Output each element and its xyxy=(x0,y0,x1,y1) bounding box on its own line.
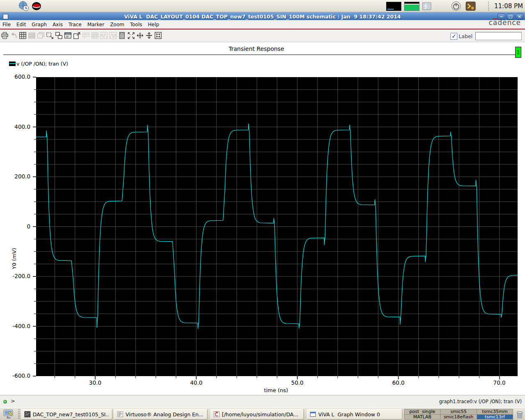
taskbar-button[interactable]: DAC_TOP_new7_test0105_SI... xyxy=(21,409,112,420)
page-badge[interactable]: 1 xyxy=(515,47,521,58)
workspace-pager: post singlesmic55tsmc35mmMATLABsmic18efl… xyxy=(404,409,513,420)
show-desktop-icon[interactable] xyxy=(3,409,14,419)
toolbar-fit-x-icon[interactable] xyxy=(136,32,144,41)
console-icon xyxy=(213,411,220,418)
toolbar xyxy=(0,30,525,42)
status-led-icon xyxy=(3,400,7,404)
y-tick-label: 600.0 xyxy=(0,73,30,80)
x-tick-label: 40.0 xyxy=(182,379,211,386)
menu-axis[interactable]: Axis xyxy=(52,21,63,29)
y-tick-label: -400.0 xyxy=(0,323,30,329)
redhat-icon[interactable] xyxy=(31,1,42,11)
x-tick-label: 60.0 xyxy=(384,379,413,386)
menu-tools[interactable]: Tools xyxy=(130,21,142,29)
menu-file[interactable]: File xyxy=(2,21,11,29)
legend-swatch xyxy=(9,62,16,66)
window-preview-dark[interactable] xyxy=(386,2,402,11)
toolbar-header-window-icon[interactable] xyxy=(64,32,72,41)
toolbar-select-region-icon[interactable] xyxy=(46,32,54,41)
trash-icon[interactable] xyxy=(515,409,524,419)
command-prompt[interactable]: > xyxy=(11,398,15,404)
x-tick-label: 70.0 xyxy=(485,379,514,386)
workspace-cell[interactable]: smic18eflash xyxy=(441,415,476,420)
plot-canvas[interactable] xyxy=(32,75,520,381)
graph-area: Transient Response 1 v (/OP /ON); tran (… xyxy=(0,42,525,395)
toolbar-copy-to-window-icon[interactable] xyxy=(55,32,63,41)
toolbar-grid-icon[interactable] xyxy=(18,32,27,41)
ade-icon xyxy=(117,411,123,418)
legend-label: v (/OP /ON); tran (V) xyxy=(16,61,68,67)
workspace-cell[interactable]: tsmc35mm xyxy=(477,409,513,414)
y-axis-label: Y0 (mV) xyxy=(11,247,17,271)
taskbar-button-label: ViVA L Graph Window 0 xyxy=(318,411,380,418)
y-tick-label: -600.0 xyxy=(0,372,30,379)
toolbar-overlay-layers-icon xyxy=(37,32,45,41)
label-checkbox[interactable]: ✓ xyxy=(450,33,457,40)
workspace-cell[interactable]: smic55 xyxy=(441,409,476,414)
workspace-cell[interactable]: post single xyxy=(404,409,440,414)
menu-graph[interactable]: Graph xyxy=(32,21,47,29)
toolbar-print-icon[interactable] xyxy=(0,32,9,41)
menubar: FileEditGraphAxisTraceMarkerZoomToolsHel… xyxy=(0,20,525,28)
label-input[interactable] xyxy=(475,32,522,40)
title-rule xyxy=(3,55,515,55)
plot-title: Transient Response xyxy=(0,46,513,52)
taskbar-button[interactable]: ViVA L Graph Window 0 xyxy=(307,409,402,420)
toolbar-table-icon xyxy=(91,32,99,41)
toolbar-fit-icon[interactable] xyxy=(127,32,135,41)
toolbar-annotation-icon xyxy=(82,32,90,41)
y-tick-label: 400.0 xyxy=(0,123,30,130)
taskbar-button[interactable]: [/home/luyou/simulation/DA... xyxy=(210,409,304,420)
y-tick-label: 200.0 xyxy=(0,173,30,180)
toolbar-strip-chart-icon xyxy=(27,32,36,41)
taskbar-button-label: DAC_TOP_new7_test0105_SI... xyxy=(33,411,110,418)
status-trace-info: graph1.trace0:v (/OP /ON); tran (V) xyxy=(439,399,522,404)
window-preview-green[interactable] xyxy=(404,2,420,11)
menu-edit[interactable]: Edit xyxy=(16,21,26,29)
menu-marker[interactable]: Marker xyxy=(87,21,104,29)
menu-zoom[interactable]: Zoom xyxy=(110,21,124,29)
y-tick-label: -200.0 xyxy=(0,273,30,279)
toolbar-clip-wave-b-icon xyxy=(109,32,117,41)
cadence-logo: cadence xyxy=(488,18,521,27)
menu-help[interactable]: Help xyxy=(148,21,159,29)
clock: 11:08 PM xyxy=(494,2,523,10)
label-group: ✓ Label xyxy=(450,32,522,41)
window-restore-icon[interactable] xyxy=(422,2,431,11)
taskbar-grip[interactable] xyxy=(18,409,20,419)
taskbar-button-label: Virtuoso® Analog Design En... xyxy=(126,411,203,418)
x-tick-label: 50.0 xyxy=(283,379,312,386)
toolbar-fit-y-icon[interactable] xyxy=(145,32,153,41)
statusbar: > graph1.trace0:v (/OP /ON); tran (V) xyxy=(0,395,525,407)
toolbar-undo-icon xyxy=(9,32,18,41)
taskbar-button[interactable]: Virtuoso® Analog Design En... xyxy=(114,409,208,420)
power-icon[interactable] xyxy=(451,1,461,11)
graph-window-icon xyxy=(310,411,316,418)
workspace-cell[interactable]: MATLAB xyxy=(404,415,440,420)
x-axis-label: time (ns) xyxy=(235,387,317,393)
desktop-panel: 11:08 PM xyxy=(0,0,525,12)
tray-separator xyxy=(488,2,489,11)
window-title: ViVA L DAC_LAYOUT_0104 DAC_TOP_new7_test… xyxy=(0,14,525,20)
screen: 11:08 PM ViVA L DAC_LAYOUT_0104 DAC_TOP_… xyxy=(0,0,525,420)
toolbar-clip-wave-a-icon xyxy=(100,32,108,41)
toolbar-calculator-icon[interactable] xyxy=(118,32,126,41)
taskbar-button-label: [/home/luyou/simulation/DA... xyxy=(222,411,298,418)
legend[interactable]: v (/OP /ON); tran (V) xyxy=(9,60,68,67)
y-tick-label: 0 xyxy=(0,223,30,230)
toolbar-fit-box-icon[interactable] xyxy=(154,32,162,41)
taskbar: DAC_TOP_new7_test0105_SI...Virtuoso® Ana… xyxy=(0,407,525,420)
label-checkbox-label: Label xyxy=(459,33,472,39)
workspace-cell[interactable]: tsmc13rf xyxy=(477,415,513,420)
toolbar-pop-out-window-icon[interactable] xyxy=(73,32,81,41)
schematic-icon xyxy=(24,411,31,418)
menu-trace[interactable]: Trace xyxy=(68,21,82,29)
x-tick-label: 30.0 xyxy=(81,379,110,386)
window-titlebar[interactable]: ViVA L DAC_LAYOUT_0104 DAC_TOP_new7_test… xyxy=(0,12,525,20)
prompt-icon[interactable] xyxy=(466,1,476,11)
web-browser-icon[interactable] xyxy=(18,1,29,11)
